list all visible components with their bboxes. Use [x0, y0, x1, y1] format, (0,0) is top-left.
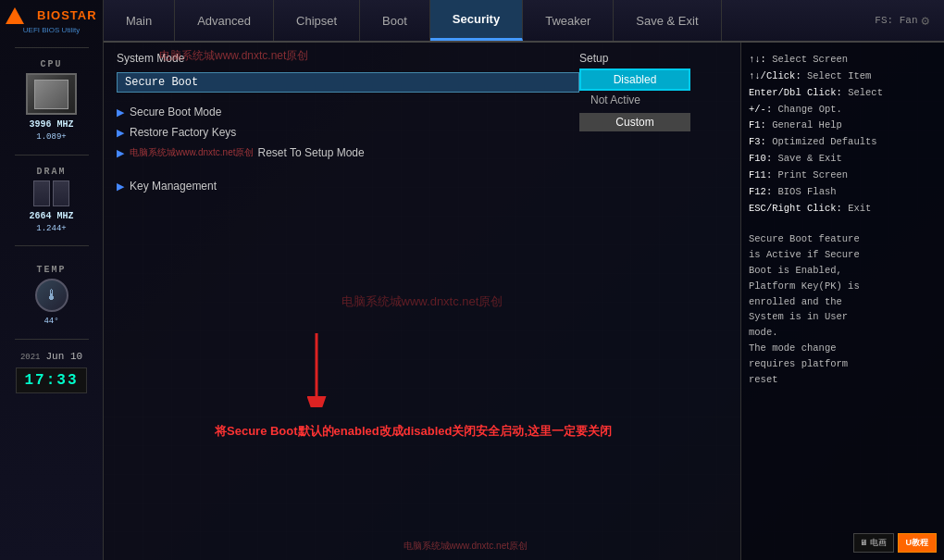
tab-save-exit[interactable]: Save & Exit	[614, 0, 721, 41]
annotation-text: 将Secure Boot默认的enabled改成disabled关闭安全启动,这…	[215, 423, 612, 440]
watermark-inline: 电脑系统城www.dnxtc.net原创	[130, 146, 254, 159]
ram-stick-1	[33, 180, 50, 206]
cpu-chip-icon	[26, 73, 77, 115]
shortcut-f10: F10: Save & Exit	[749, 151, 937, 168]
red-arrow-icon	[289, 333, 344, 412]
year: 2021	[20, 353, 41, 362]
tab-main[interactable]: Main	[104, 0, 175, 41]
content-area: 电脑系统城www.dnxtc.net原创 System Mode Secure …	[104, 43, 944, 560]
divider-4	[15, 339, 89, 340]
help-shortcuts: ↑↓: Select Screen ↑↓/Click: Select Item …	[749, 52, 937, 217]
tab-boot[interactable]: Boot	[360, 0, 430, 41]
menu-items: ▶ Secure Boot Mode ▶ Restore Factory Key…	[117, 102, 579, 163]
tab-security[interactable]: Security	[430, 0, 523, 41]
bottom-logo-area: 🖥 电画 U教程	[853, 533, 937, 553]
menu-item-reset-setup-mode[interactable]: ▶ 电脑系统城www.dnxtc.net原创 Reset To Setup Mo…	[117, 143, 579, 163]
top-nav: Main Advanced Chipset Boot Security Twea…	[104, 0, 944, 43]
cpu-label: CPU	[4, 59, 99, 69]
menu-item-key-management[interactable]: ▶ Key Management	[117, 176, 579, 196]
shortcut-f12: F12: BIOS Flash	[749, 184, 937, 201]
watermark-bottom: 电脑系统城www.dnxtc.net原创	[404, 540, 528, 553]
shortcut-select-item: ↑↓/Click: Select Item	[749, 68, 937, 85]
shortcut-f1: F1: General Help	[749, 118, 937, 134]
watermark-center: 电脑系统城www.dnxtc.net原创	[342, 293, 503, 310]
fan-icon: ⚙	[922, 13, 929, 29]
date-section: 2021 Jun 10	[20, 351, 82, 362]
dram-label: DRAM	[4, 167, 99, 177]
left-sidebar: BIOSTAR UEFI BIOS Utility CPU 3996 MHZ 1…	[0, 0, 104, 560]
menu-item-restore-factory[interactable]: ▶ Restore Factory Keys	[117, 122, 579, 143]
logo-dianhua: 🖥 电画	[853, 533, 894, 553]
option-disabled[interactable]: Disabled	[579, 68, 690, 91]
logo-ujiaocheng: U教程	[898, 533, 938, 553]
thermometer-icon: 🌡	[35, 279, 68, 312]
brand-name: BIOSTAR	[37, 8, 97, 22]
dram-freq: 2664 MHZ 1.244+	[4, 210, 99, 235]
biostar-logo: BIOSTAR UEFI BIOS Utility	[6, 7, 98, 34]
divider-3	[15, 245, 89, 246]
cpu-freq: 3996 MHZ 1.089+	[4, 118, 99, 143]
arrow-icon-2: ▶	[117, 127, 124, 139]
ram-stick-2	[53, 180, 69, 206]
option-custom[interactable]: Custom	[579, 113, 690, 131]
time-display: 17:33	[16, 367, 86, 393]
center-panel: 电脑系统城www.dnxtc.net原创 System Mode Secure …	[104, 43, 740, 560]
option-not-active[interactable]: Not Active	[579, 91, 709, 109]
shortcut-enter: Enter/Dbl Click: Select	[749, 85, 937, 102]
tab-tweaker[interactable]: Tweaker	[523, 0, 614, 41]
month-day: Jun 10	[46, 351, 83, 362]
shortcut-change: +/-: Change Opt.	[749, 102, 937, 118]
divider-2	[15, 155, 89, 156]
arrow-icon-1: ▶	[117, 106, 124, 118]
shortcut-select-screen: ↑↓: Select Screen	[749, 52, 937, 68]
cpu-section: CPU 3996 MHZ 1.089+	[0, 52, 103, 151]
arrow-icon-4: ▶	[117, 180, 124, 193]
temp-section: TEMP 🌡 44°	[0, 257, 103, 335]
tab-advanced[interactable]: Advanced	[175, 0, 274, 41]
temp-value: 44°	[4, 316, 99, 328]
menu-item-secure-boot-mode[interactable]: ▶ Secure Boot Mode	[117, 102, 579, 122]
brand-subtitle: UEFI BIOS Utility	[6, 26, 98, 34]
setup-options: Setup Disabled Not Active Custom	[579, 52, 727, 131]
fs-fan-label: FS: Fan ⚙	[860, 0, 944, 41]
arrow-icon-3: ▶	[117, 147, 124, 159]
dram-section: DRAM 2664 MHZ 1.244+	[0, 159, 103, 243]
shortcut-f11: F11: Print Screen	[749, 168, 937, 184]
system-mode-label: System Mode	[117, 52, 283, 65]
secure-boot-row[interactable]: Secure Boot	[117, 72, 579, 93]
setup-label: Setup	[579, 52, 709, 65]
help-description: Secure Boot feature is Active if Secure …	[749, 231, 937, 387]
shortcut-esc: ESC/Right Click: Exit	[749, 201, 937, 218]
divider-1	[15, 47, 89, 48]
system-mode-field: System Mode	[117, 52, 579, 65]
shortcut-f3: F3: Optimized Defaults	[749, 134, 937, 151]
temp-label: TEMP	[4, 265, 99, 275]
left-settings: System Mode Secure Boot ▶ Secure Boot Mo…	[117, 52, 579, 196]
system-mode-row: System Mode Secure Boot ▶ Secure Boot Mo…	[117, 52, 727, 196]
ram-sticks	[4, 180, 99, 206]
tab-chipset[interactable]: Chipset	[274, 0, 360, 41]
logo-triangle	[6, 7, 24, 24]
right-panel: ↑↓: Select Screen ↑↓/Click: Select Item …	[740, 43, 944, 560]
main-area: Main Advanced Chipset Boot Security Twea…	[104, 0, 944, 560]
